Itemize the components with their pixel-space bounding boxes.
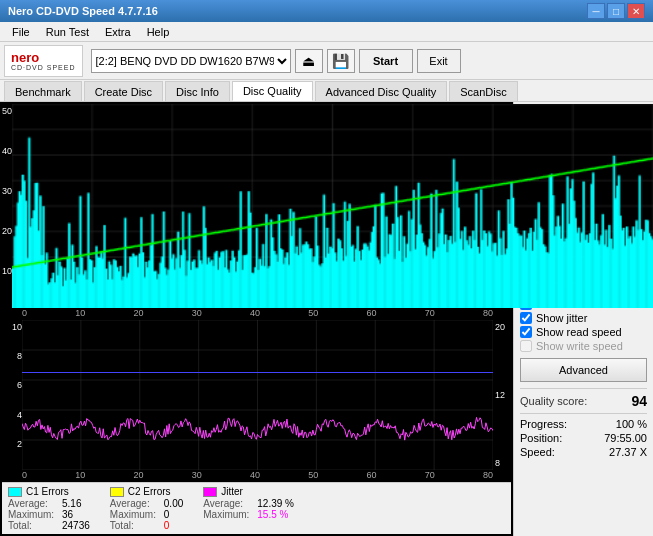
- c1-title: C1 Errors: [26, 486, 69, 497]
- show-read-speed-checkbox[interactable]: [520, 326, 532, 338]
- y-axis-left-lower: 10 8 6 4 2: [2, 320, 22, 470]
- legend-jitter: Jitter Average: 12.39 % Maximum: 15.5 %: [203, 486, 294, 531]
- tab-disc-quality[interactable]: Disc Quality: [232, 81, 313, 101]
- menu-bar: File Run Test Extra Help: [0, 22, 653, 42]
- c1-color: [8, 487, 22, 497]
- minimize-button[interactable]: ─: [587, 3, 605, 19]
- nero-logo: nero CD·DVD SPEED: [4, 45, 83, 77]
- legend-c1: C1 Errors Average: 5.16 Maximum: 36 Tota…: [8, 486, 90, 531]
- speed-value: 27.37 X: [609, 446, 647, 458]
- tab-disc-info[interactable]: Disc Info: [165, 81, 230, 101]
- upper-x-axis: 0 10 20 30 40 50 60 70 80: [2, 308, 511, 320]
- c2-color: [110, 487, 124, 497]
- c2-total: 0: [164, 520, 170, 531]
- drive-select[interactable]: [2:2] BENQ DVD DD DW1620 B7W9: [91, 49, 291, 73]
- show-jitter-row: Show jitter: [520, 312, 647, 324]
- tab-scan-disc[interactable]: ScanDisc: [449, 81, 517, 101]
- title-bar: Nero CD-DVD Speed 4.7.7.16 ─ □ ✕: [0, 0, 653, 22]
- y-axis-left: 50 40 30 20 10: [2, 104, 12, 308]
- c1-average: 5.16: [62, 498, 81, 509]
- legend-c2: C2 Errors Average: 0.00 Maximum: 0 Total…: [110, 486, 183, 531]
- progress-row: Progress: 100 %: [520, 418, 647, 430]
- c2-average: 0.00: [164, 498, 183, 509]
- tab-create-disc[interactable]: Create Disc: [84, 81, 163, 101]
- chart-area: 50 40 30 20 10 56 48 40 32 24 16 8: [0, 102, 513, 536]
- quality-score-value: 94: [631, 393, 647, 409]
- logo-top: nero: [11, 51, 76, 64]
- upper-chart-container: 50 40 30 20 10 56 48 40 32 24 16 8: [2, 104, 511, 308]
- save-button[interactable]: 💾: [327, 49, 355, 73]
- position-label: Position:: [520, 432, 562, 444]
- toolbar: nero CD·DVD SPEED [2:2] BENQ DVD DD DW16…: [0, 42, 653, 80]
- menu-extra[interactable]: Extra: [97, 24, 139, 40]
- menu-run-test[interactable]: Run Test: [38, 24, 97, 40]
- lower-chart-canvas: [22, 320, 493, 470]
- advanced-button[interactable]: Advanced: [520, 358, 647, 382]
- speed-row: Speed: 27.37 X: [520, 446, 647, 458]
- tab-advanced-disc-quality[interactable]: Advanced Disc Quality: [315, 81, 448, 101]
- speed-label: Speed:: [520, 446, 555, 458]
- window-controls: ─ □ ✕: [587, 3, 645, 19]
- jitter-maximum: 15.5 %: [257, 509, 288, 520]
- show-write-speed-label: Show write speed: [536, 340, 623, 352]
- tab-benchmark[interactable]: Benchmark: [4, 81, 82, 101]
- show-jitter-checkbox[interactable]: [520, 312, 532, 324]
- show-read-speed-row: Show read speed: [520, 326, 647, 338]
- show-jitter-label: Show jitter: [536, 312, 587, 324]
- app-title: Nero CD-DVD Speed 4.7.7.16: [8, 5, 158, 17]
- main-content: 50 40 30 20 10 56 48 40 32 24 16 8: [0, 102, 653, 536]
- c1-maximum: 36: [62, 509, 73, 520]
- start-button[interactable]: Start: [359, 49, 413, 73]
- show-write-speed-row: Show write speed: [520, 340, 647, 352]
- close-button[interactable]: ✕: [627, 3, 645, 19]
- upper-chart-canvas: [12, 104, 653, 308]
- position-row: Position: 79:55.00: [520, 432, 647, 444]
- jitter-color: [203, 487, 217, 497]
- progress-value: 100 %: [616, 418, 647, 430]
- quality-score-row: Quality score: 94: [520, 388, 647, 409]
- jitter-title: Jitter: [221, 486, 243, 497]
- menu-help[interactable]: Help: [139, 24, 178, 40]
- c2-maximum: 0: [164, 509, 170, 520]
- exit-button[interactable]: Exit: [417, 49, 461, 73]
- position-value: 79:55.00: [604, 432, 647, 444]
- progress-label: Progress:: [520, 418, 567, 430]
- lower-x-axis: 0 10 20 30 40 50 60 70 80: [2, 470, 511, 482]
- progress-section: Progress: 100 % Position: 79:55.00 Speed…: [520, 413, 647, 458]
- jitter-average: 12.39 %: [257, 498, 294, 509]
- c2-title: C2 Errors: [128, 486, 171, 497]
- show-read-speed-label: Show read speed: [536, 326, 622, 338]
- logo-bottom: CD·DVD SPEED: [11, 64, 76, 71]
- menu-file[interactable]: File: [4, 24, 38, 40]
- eject-button[interactable]: ⏏: [295, 49, 323, 73]
- tab-bar: Benchmark Create Disc Disc Info Disc Qua…: [0, 80, 653, 102]
- lower-chart-container: 10 8 6 4 2 20 12 8: [2, 320, 511, 470]
- chart-legend: C1 Errors Average: 5.16 Maximum: 36 Tota…: [2, 482, 511, 534]
- show-write-speed-checkbox: [520, 340, 532, 352]
- c1-total: 24736: [62, 520, 90, 531]
- quality-score-label: Quality score:: [520, 395, 587, 407]
- maximize-button[interactable]: □: [607, 3, 625, 19]
- y-axis-right-lower: 20 12 8: [493, 320, 511, 470]
